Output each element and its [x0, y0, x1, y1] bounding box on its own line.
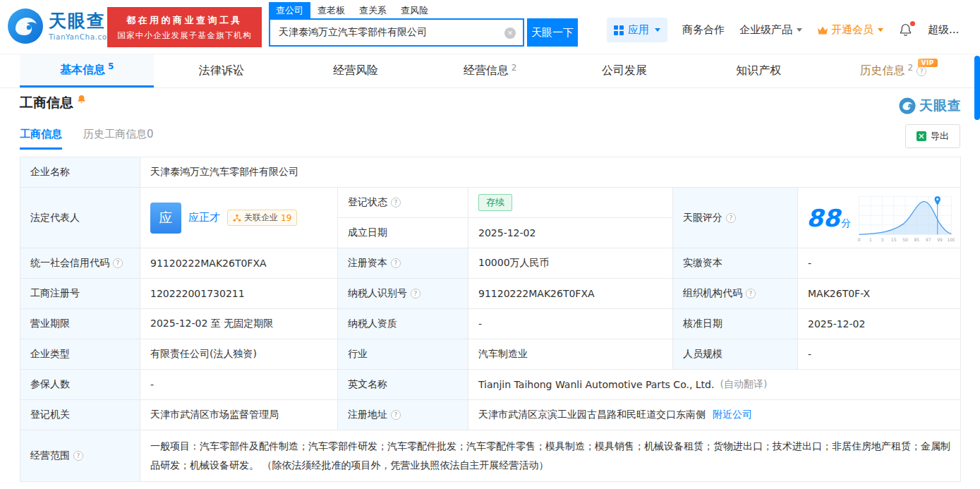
- top-header: 天眼查 TianYanCha.com 都在用的商业查询工具 国家中小企业发展子基…: [0, 0, 980, 54]
- tianyancha-logo[interactable]: 天眼查 TianYanCha.com: [7, 8, 114, 44]
- tab-operational-risk[interactable]: 经营风险: [289, 54, 423, 87]
- tab-legal-proceedings[interactable]: 法律诉讼: [154, 54, 288, 87]
- menu-open-vip[interactable]: 开通会员: [817, 23, 883, 37]
- help-icon[interactable]: [391, 198, 401, 207]
- field-credit-code-label: 统一社会信用代码: [20, 248, 140, 279]
- field-business-term-label: 营业期限: [20, 309, 140, 339]
- help-icon[interactable]: [391, 258, 401, 268]
- svg-text:97: 97: [926, 236, 931, 241]
- status-badge: 存续: [478, 194, 512, 211]
- company-nav-tabs: 基本信息 5 法律诉讼 经营风险 经营信息 2 公司发展 知识产权 VIP 历史…: [0, 54, 980, 88]
- svg-text:99: 99: [937, 236, 943, 241]
- svg-text:15: 15: [891, 236, 897, 241]
- field-credit-code-value: 91120222MAK26T0FXA: [140, 248, 338, 279]
- help-icon[interactable]: [73, 451, 83, 461]
- search-row: 天眼一下: [269, 18, 578, 47]
- chevron-down-icon: [878, 28, 883, 32]
- subscribe-bell-icon[interactable]: [76, 94, 87, 104]
- promo-line-1: 都在用的商业查询工具: [126, 14, 243, 27]
- field-reg-address-value: 天津市武清区京滨工业园古昌路和民旺道交口东南侧 附近公司: [468, 400, 961, 430]
- nearby-companies-link[interactable]: 附近公司: [713, 409, 752, 421]
- field-business-scope-label: 经营范围: [20, 430, 140, 482]
- field-paid-capital-value: -: [798, 248, 961, 279]
- search-tab-risk[interactable]: 查风险: [394, 2, 435, 19]
- clear-icon[interactable]: [504, 28, 516, 39]
- field-taxpayer-quality-value: -: [468, 309, 673, 339]
- field-org-code-label: 组织机构代码: [673, 279, 798, 309]
- field-company-type-label: 企业类型: [20, 339, 140, 370]
- tab-company-development[interactable]: 公司发展: [557, 54, 691, 87]
- business-info-table: 企业名称 天津泰鸿万立汽车零部件有限公司 法定代表人 应 应正才 关联企业 19…: [20, 157, 961, 482]
- field-staff-size-value: -: [798, 339, 961, 370]
- menu-business-cooperation[interactable]: 商务合作: [682, 23, 725, 37]
- svg-text:0: 0: [858, 236, 861, 241]
- field-english-name-label: 英文名称: [338, 370, 468, 400]
- search-button[interactable]: 天眼一下: [527, 18, 578, 47]
- field-reg-status-value: 存续: [468, 188, 673, 218]
- field-reg-number-label: 工商注册号: [20, 279, 140, 309]
- field-approval-date-value: 2025-12-02: [798, 309, 961, 339]
- chevron-down-icon: [797, 28, 802, 32]
- auto-translate-note: (自动翻译): [720, 378, 767, 391]
- score-number: 88 分: [806, 206, 851, 230]
- field-reg-capital-value: 10000万人民币: [468, 248, 673, 279]
- menu-enterprise-products[interactable]: 企业级产品: [739, 23, 802, 37]
- svg-text:1: 1: [869, 236, 872, 241]
- export-button[interactable]: 导出: [905, 124, 960, 148]
- help-icon[interactable]: [726, 213, 736, 223]
- grid-icon: [614, 25, 624, 35]
- field-insured-count-label: 参保人数: [20, 370, 140, 400]
- scrollbar-thumb[interactable]: [974, 56, 980, 120]
- tab-history-info[interactable]: VIP 历史信息 2: [826, 54, 960, 87]
- field-score-value: 88 分 01 315 5085: [798, 188, 961, 248]
- field-org-code-value: MAK26T0F-X: [798, 279, 961, 309]
- search-tab-relation[interactable]: 查关系: [352, 2, 394, 19]
- subtab-history-registration[interactable]: 历史工商信息0: [83, 128, 154, 147]
- tab-basic-info[interactable]: 基本信息 5: [20, 54, 154, 87]
- tab-intellectual-property[interactable]: 知识产权: [691, 54, 825, 87]
- score-pin-icon: [936, 202, 940, 205]
- notification-bell[interactable]: [898, 23, 913, 37]
- help-icon[interactable]: [391, 410, 401, 420]
- field-taxpayer-id-label: 纳税人识别号: [338, 279, 468, 309]
- field-industry-label: 行业: [338, 339, 468, 370]
- field-legal-rep-label: 法定代表人: [20, 188, 140, 248]
- apps-menu-button[interactable]: 应用: [607, 18, 667, 42]
- related-companies-tag[interactable]: 关联企业 19: [227, 210, 297, 226]
- help-icon[interactable]: [411, 289, 421, 298]
- svg-text:85: 85: [914, 236, 919, 241]
- search-input[interactable]: [270, 20, 523, 45]
- field-reg-address-label: 注册地址: [338, 400, 468, 430]
- field-taxpayer-quality-label: 纳税人资质: [338, 309, 468, 339]
- help-icon[interactable]: [746, 289, 756, 298]
- field-company-type-value: 有限责任公司(法人独资): [140, 339, 338, 370]
- search-tab-boss[interactable]: 查老板: [310, 2, 352, 19]
- field-reg-authority-value: 天津市武清区市场监督管理局: [140, 400, 338, 430]
- field-reg-number-value: 120222001730211: [140, 279, 338, 309]
- section-header: 工商信息: [20, 94, 87, 112]
- field-company-name-value: 天津泰鸿万立汽车零部件有限公司: [140, 157, 961, 188]
- crown-icon: [817, 25, 828, 35]
- tab-business-info[interactable]: 经营信息 2: [423, 54, 557, 87]
- promo-banner: 都在用的商业查询工具 国家中小企业发展子基金旗下机构: [107, 7, 262, 47]
- score-distribution-chart: 01 315 5085 9799 100: [856, 192, 955, 244]
- field-english-name-value: Tianjin Taihong Wanli Automotive Parts C…: [468, 370, 961, 400]
- promo-line-2: 国家中小企业发展子基金旗下机构: [117, 30, 252, 41]
- related-companies-icon: [233, 214, 241, 222]
- excel-icon: [917, 131, 926, 141]
- field-legal-rep-value: 应 应正才 关联企业 19: [140, 188, 338, 248]
- legal-rep-link[interactable]: 应正才: [188, 211, 220, 224]
- legal-rep-avatar[interactable]: 应: [150, 203, 181, 234]
- search-tab-company[interactable]: 查公司: [269, 2, 310, 19]
- help-icon[interactable]: [113, 258, 123, 268]
- search-tabs: 查公司 查老板 查关系 查风险: [269, 2, 578, 18]
- export-label: 导出: [931, 130, 949, 143]
- search-box: [269, 18, 524, 47]
- field-reg-status-label: 登记状态: [338, 188, 468, 218]
- subtab-business-registration[interactable]: 工商信息: [20, 128, 62, 150]
- field-establish-date-label: 成立日期: [338, 218, 468, 248]
- menu-super-vip[interactable]: 超级...: [928, 23, 959, 37]
- help-icon[interactable]: [917, 66, 926, 76]
- tianyancha-logo-icon: [7, 8, 44, 44]
- field-staff-size-label: 人员规模: [673, 339, 798, 370]
